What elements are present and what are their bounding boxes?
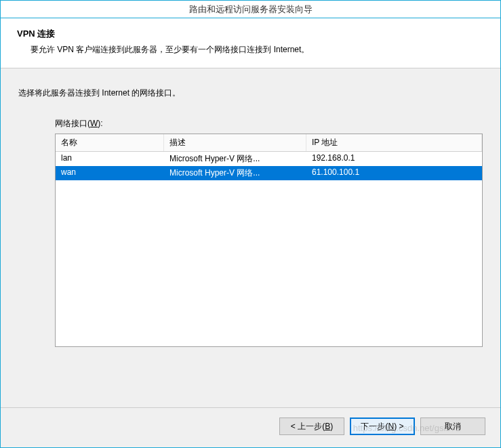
next-button[interactable]: 下一步(N) > bbox=[350, 418, 415, 435]
column-description[interactable]: 描述 bbox=[164, 134, 306, 151]
header-section: VPN 连接 要允许 VPN 客户端连接到此服务器，至少要有一个网络接口连接到 … bbox=[1, 18, 500, 68]
column-ip-address[interactable]: IP 地址 bbox=[306, 134, 482, 151]
column-name[interactable]: 名称 bbox=[56, 134, 164, 151]
cell-name: lan bbox=[56, 152, 164, 166]
cell-ip: 61.100.100.1 bbox=[306, 166, 482, 180]
table-row[interactable]: lan Microsoft Hyper-V 网络... 192.168.0.1 bbox=[56, 152, 482, 166]
back-button[interactable]: < 上一步(B) bbox=[279, 418, 344, 435]
page-description: 要允许 VPN 客户端连接到此服务器，至少要有一个网络接口连接到 Interne… bbox=[31, 44, 484, 56]
cell-ip: 192.168.0.1 bbox=[306, 152, 482, 166]
list-label: 网络接口(W): bbox=[55, 118, 483, 129]
table-row[interactable]: wan Microsoft Hyper-V 网络... 61.100.100.1 bbox=[56, 166, 482, 180]
cell-name: wan bbox=[56, 166, 164, 180]
button-bar: < 上一步(B) 下一步(N) > 取消 bbox=[1, 407, 500, 447]
content-area: 选择将此服务器连接到 Internet 的网络接口。 网络接口(W): 名称 描… bbox=[1, 68, 500, 407]
cancel-button[interactable]: 取消 bbox=[420, 418, 485, 435]
network-interface-list[interactable]: 名称 描述 IP 地址 lan Microsoft Hyper-V 网络... … bbox=[55, 134, 483, 347]
cell-description: Microsoft Hyper-V 网络... bbox=[164, 152, 306, 166]
window-title: 路由和远程访问服务器安装向导 bbox=[189, 3, 313, 16]
page-title: VPN 连接 bbox=[17, 28, 484, 40]
cell-description: Microsoft Hyper-V 网络... bbox=[164, 166, 306, 180]
instruction-text: 选择将此服务器连接到 Internet 的网络接口。 bbox=[18, 87, 483, 99]
titlebar: 路由和远程访问服务器安装向导 bbox=[1, 1, 500, 18]
wizard-window: 路由和远程访问服务器安装向导 VPN 连接 要允许 VPN 客户端连接到此服务器… bbox=[0, 0, 501, 448]
table-header: 名称 描述 IP 地址 bbox=[56, 134, 482, 152]
